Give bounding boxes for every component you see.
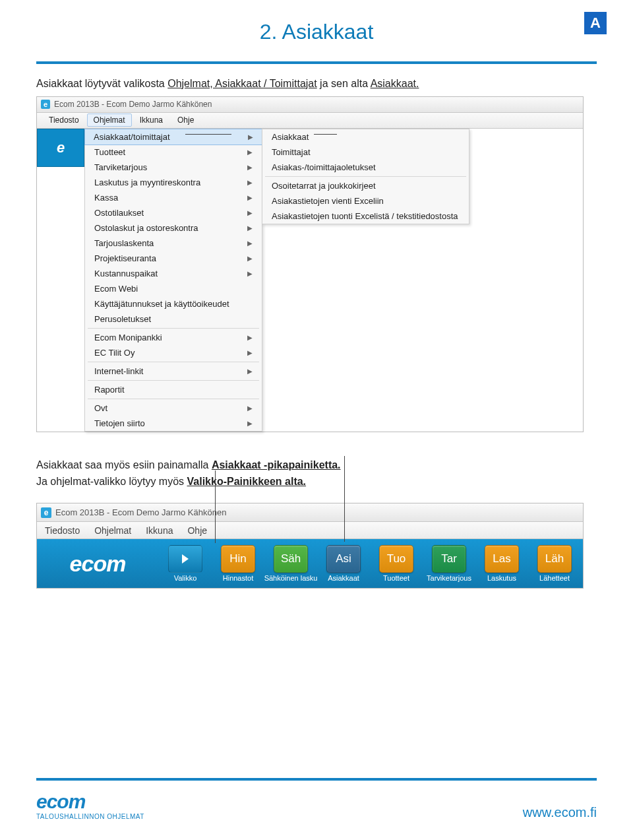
window-titlebar-2: e Ecom 2013B - Ecom Demo Jarmo Kähkönen	[37, 503, 583, 522]
app-icon: e	[41, 507, 51, 518]
menu-item-label: Internet-linkit	[94, 366, 143, 376]
menu-item[interactable]: Ostotilaukset▶	[85, 205, 262, 220]
menu-item[interactable]: EC Tilit Oy▶	[85, 345, 262, 360]
footer-logo: ecom TALOUSHALLINNON OHJELMAT	[36, 791, 144, 820]
screenshot-toolbar: e Ecom 2013B - Ecom Demo Jarmo Kähkönen …	[36, 503, 584, 589]
las-button[interactable]: Las	[485, 545, 519, 573]
menu-item-label: Ovt	[94, 403, 107, 413]
menu-item[interactable]: Ovt▶	[85, 401, 262, 416]
asi-button[interactable]: Asi	[326, 545, 361, 573]
menu-item-label: Tarjouslaskenta	[94, 238, 154, 248]
sah-button[interactable]: Säh	[274, 545, 308, 573]
valikko-button[interactable]	[168, 545, 202, 573]
pointer-line	[314, 134, 337, 135]
footer-tagline: TALOUSHALLINNON OHJELMAT	[36, 813, 144, 820]
menu-item[interactable]: Laskutus ja myyntireskontra▶	[85, 175, 262, 190]
app-icon: e	[41, 100, 50, 109]
mid2a: Ja ohjelmat-valikko löytyy myös	[36, 476, 187, 487]
mid1b: Asiakkaat -pikapainiketta.	[212, 459, 341, 470]
submenu-item[interactable]: Osoitetarrat ja joukkokirjeet	[262, 178, 469, 193]
toolbar-label: Asiakkaat	[328, 574, 359, 582]
menubar: Tiedosto Ohjelmat Ikkuna Ohje	[37, 113, 583, 129]
menu-tiedosto[interactable]: Tiedosto	[42, 113, 86, 127]
submenu-arrow-icon: ▶	[247, 224, 253, 232]
submenu-item-label: Asiakkaat	[272, 132, 309, 142]
menu-item[interactable]: Ecom Webi	[85, 281, 262, 296]
hin-button[interactable]: Hin	[221, 545, 255, 573]
menu2-ikkuna[interactable]: Ikkuna	[146, 525, 173, 536]
menubar-2: Tiedosto Ohjelmat Ikkuna Ohje	[37, 522, 583, 539]
menu-item-label: Ecom Webi	[94, 284, 138, 294]
page-badge: A	[584, 12, 607, 34]
submenu-item[interactable]: Asiakas-/toimittajaoletukset	[262, 160, 469, 175]
intro-p2: ja sen alta	[317, 78, 371, 89]
submenu-item[interactable]: Toimittajat	[262, 145, 469, 160]
menu-item[interactable]: Kassa▶	[85, 190, 262, 205]
submenu-item-label: Asiakastietojen tuonti Excelistä / tekst…	[272, 211, 458, 221]
menu-item[interactable]: Ecom Monipankki▶	[85, 330, 262, 345]
window-titlebar: e Ecom 2013B - Ecom Demo Jarmo Kähkönen	[37, 97, 583, 113]
menu-item-label: Ostolaskut ja ostoreskontra	[94, 223, 198, 233]
mid2b: Valikko-Painikkeen alta.	[187, 476, 307, 487]
toolbar-item-sah: SähSähköinen lasku	[268, 545, 314, 582]
dropdown-col2: AsiakkaatToimittajatAsiakas-/toimittajao…	[262, 129, 469, 224]
menu2-ohjelmat[interactable]: Ohjelmat	[94, 525, 131, 536]
intro-text: Asiakkaat löytyvät valikosta Ohjelmat, A…	[36, 77, 597, 91]
toolbar-item-tar: TarTarviketarjous	[426, 545, 472, 582]
submenu-item[interactable]: Asiakastietojen vienti Exceliin	[262, 193, 469, 209]
submenu-arrow-icon: ▶	[247, 255, 253, 262]
footer-rule	[36, 778, 597, 781]
submenu-arrow-icon: ▶	[247, 420, 253, 427]
menu2-ohje[interactable]: Ohje	[187, 525, 207, 536]
menu-item[interactable]: Tietojen siirto▶	[85, 416, 262, 431]
toolbar-item-hin: HinHinnastot	[215, 545, 261, 582]
menu-item[interactable]: Tarjouslaskenta▶	[85, 236, 262, 251]
page-title: 2. Asiakkaat	[0, 20, 633, 44]
mid-text-1: Asiakkaat saa myös esiin painamalla Asia…	[36, 459, 597, 472]
menu-item[interactable]: Projektiseuranta▶	[85, 251, 262, 266]
lah-button[interactable]: Läh	[537, 545, 572, 573]
menu-item[interactable]: Käyttäjätunnukset ja käyttöoikeudet	[85, 296, 262, 311]
toolbar-label: Lähetteet	[539, 574, 570, 582]
pointer-line	[344, 456, 345, 542]
submenu-arrow-icon: ▶	[247, 164, 253, 171]
menu-item[interactable]: Tarviketarjous▶	[85, 160, 262, 175]
menu-ohje[interactable]: Ohje	[171, 113, 200, 127]
menu-item-label: Tietojen siirto	[94, 418, 145, 428]
menu-item-label: Käyttäjätunnukset ja käyttöoikeudet	[94, 299, 229, 309]
submenu-arrow-icon: ▶	[247, 334, 253, 341]
submenu-arrow-icon: ▶	[247, 404, 253, 412]
intro-p1: Asiakkaat löytyvät valikosta	[36, 78, 167, 89]
menu-item[interactable]: Tuotteet▶	[85, 145, 262, 160]
menu2-tiedosto[interactable]: Tiedosto	[45, 525, 80, 536]
submenu-arrow-icon: ▶	[248, 133, 253, 141]
submenu-item[interactable]: Asiakkaat	[262, 129, 469, 145]
menu-item[interactable]: Asiakkaat/toimittajat▶	[84, 129, 262, 145]
menu-item-label: Kassa	[94, 193, 118, 203]
toolbar-item-tuo: TuoTuotteet	[373, 545, 419, 582]
ecom-tile: e	[37, 129, 84, 167]
menu-ikkuna[interactable]: Ikkuna	[133, 113, 169, 127]
submenu-arrow-icon: ▶	[247, 148, 253, 156]
tar-button[interactable]: Tar	[432, 545, 466, 573]
menu-item[interactable]: Internet-linkit▶	[85, 364, 262, 379]
title-rule	[36, 61, 597, 64]
tuo-button[interactable]: Tuo	[379, 545, 413, 573]
submenu-arrow-icon: ▶	[247, 368, 253, 375]
menu-ohjelmat[interactable]: Ohjelmat	[87, 113, 132, 127]
menu-separator	[88, 380, 259, 381]
submenu-arrow-icon: ▶	[247, 179, 253, 186]
toolbar-label: Sähköinen lasku	[264, 574, 318, 582]
toolbar-label: Tarviketarjous	[427, 574, 471, 582]
submenu-item[interactable]: Asiakastietojen tuonti Excelistä / tekst…	[262, 209, 469, 224]
menu-item[interactable]: Kustannuspaikat▶	[85, 266, 262, 281]
submenu-arrow-icon: ▶	[247, 194, 253, 201]
intro-u1: Ohjelmat, Asiakkaat / Toimittajat	[167, 78, 316, 89]
toolbar-label: Valikko	[174, 574, 197, 582]
ecom-logo: ecom	[42, 551, 153, 577]
toolbar-label: Hinnastot	[223, 574, 253, 582]
menu-item[interactable]: Ostolaskut ja ostoreskontra▶	[85, 220, 262, 236]
menu-item[interactable]: Perusoletukset	[85, 311, 262, 327]
menu-item[interactable]: Raportit	[85, 382, 262, 397]
toolbar-item-asi: AsiAsiakkaat	[320, 545, 367, 582]
